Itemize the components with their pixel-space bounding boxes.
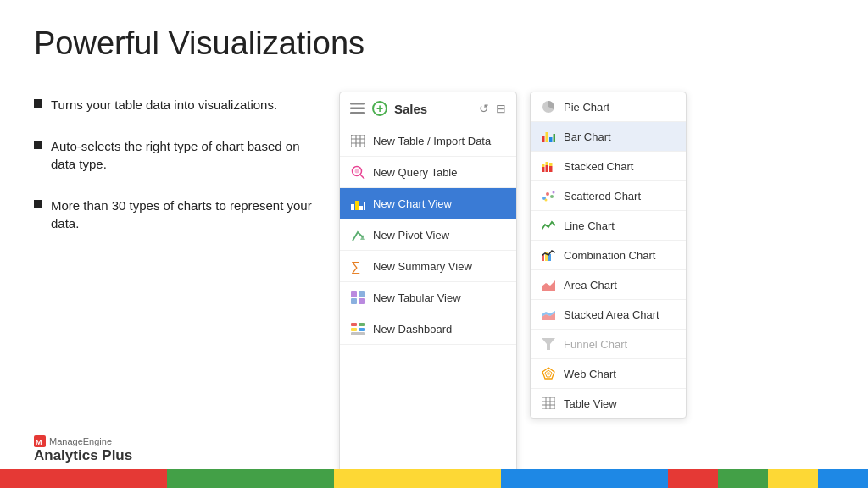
svg-rect-34 [546,162,549,165]
summary-icon: ∑ [350,258,365,274]
sidebar-item-summary[interactable]: ∑ New Summary View [340,251,516,282]
svg-point-10 [354,169,359,173]
bar-chart-icon [541,129,556,144]
logo-product-text: Analytics Plus [34,447,132,463]
svg-rect-19 [351,298,357,304]
left-panel: Turns your table data into visualization… [34,87,322,488]
sidebar-header-actions: ↺ ⊟ [479,102,506,115]
chart-type-web-label: Web Chart [564,368,616,380]
chart-type-area-label: Area Chart [564,279,617,291]
bottom-bar-green2 [718,469,768,488]
svg-point-41 [553,191,555,194]
table-import-icon [350,133,365,148]
logo-area: M ManageEngine Analytics Plus [34,435,132,464]
chart-type-pie[interactable]: Pie Chart [531,92,686,122]
tabular-icon [350,290,365,305]
svg-rect-31 [542,167,545,172]
sidebar-item-dashboard-label: New Dashboard [373,323,452,336]
sidebar-item-pivot[interactable]: New Pivot View [340,219,516,251]
svg-text:M: M [36,438,42,446]
page-title: Powerful Visualizations [34,25,834,62]
chart-type-area[interactable]: Area Chart [531,270,686,300]
chart-type-stacked-area[interactable]: Stacked Area Chart [531,300,686,330]
save-icon[interactable]: ⊟ [496,102,506,115]
bullet-text-1: Turns your table data into visualization… [51,96,277,114]
sidebar-item-chart[interactable]: New Chart View [340,188,516,219]
sidebar-lines-icon [350,101,365,116]
chart-type-line[interactable]: Line Chart [531,211,686,241]
add-icon[interactable]: + [372,101,387,116]
svg-rect-23 [351,328,357,331]
sidebar-item-table-label: New Table / Import Data [373,135,491,147]
bottom-bar-yellow2 [768,469,818,488]
chart-type-bar[interactable]: Bar Chart [531,122,686,152]
chart-type-combination[interactable]: Combination Chart [531,241,686,270]
sidebar-item-table[interactable]: New Table / Import Data [340,125,516,157]
stacked-area-chart-icon [541,307,556,322]
svg-text:∑: ∑ [351,259,360,274]
chart-type-combination-label: Combination Chart [564,249,655,262]
svg-rect-14 [364,202,365,210]
svg-rect-27 [542,136,545,142]
bottom-bar-blue [501,469,668,488]
svg-rect-17 [351,291,357,297]
web-chart-icon [541,366,556,381]
table-view-icon [541,396,556,411]
svg-rect-1 [350,108,365,110]
sidebar-item-tabular-label: New Tabular View [373,291,461,304]
svg-rect-35 [549,166,553,172]
bottom-bar-green [167,469,334,488]
svg-rect-2 [350,112,365,114]
svg-rect-18 [359,291,365,297]
sidebar-item-query-label: New Query Table [373,166,457,179]
sidebar-item-query[interactable]: New Query Table [340,157,516,188]
logo-manage-engine: M ManageEngine [34,435,132,447]
stacked-chart-icon [541,158,556,174]
svg-rect-13 [359,206,363,210]
chart-type-bar-label: Bar Chart [564,130,611,143]
svg-rect-24 [359,328,365,331]
svg-point-39 [550,195,554,198]
svg-rect-11 [351,204,354,210]
svg-marker-48 [542,338,555,350]
bullet-text-2: Auto-selects the right type of chart bas… [51,137,322,173]
svg-rect-21 [351,323,357,326]
chart-type-scattered[interactable]: Scattered Chart [531,181,686,211]
chart-type-menu: Pie Chart Bar Chart [530,92,687,419]
svg-point-38 [546,192,549,196]
line-chart-icon [541,218,556,233]
svg-rect-22 [359,323,365,326]
sidebar-item-pivot-label: New Pivot View [373,229,449,241]
pivot-icon [350,227,365,242]
svg-rect-32 [542,164,545,167]
logo-brand-text: ManageEngine [49,436,112,446]
logo-product: Analytics Plus [34,447,132,464]
query-icon [350,164,365,180]
bottom-bar-yellow [334,469,501,488]
sidebar-item-dashboard[interactable]: New Dashboard [340,313,516,345]
chart-type-web[interactable]: Web Chart [531,359,686,389]
sidebar-item-tabular[interactable]: New Tabular View [340,282,516,313]
svg-rect-20 [359,298,365,304]
svg-rect-30 [554,134,556,142]
svg-line-9 [360,175,364,179]
chart-type-pie-label: Pie Chart [564,101,609,114]
chart-type-table-view[interactable]: Table View [531,389,686,418]
chart-type-stacked[interactable]: Stacked Chart [531,152,686,181]
svg-rect-12 [355,201,359,210]
bullet-text-3: More than 30 types of charts to represen… [51,197,322,232]
svg-point-40 [545,199,548,202]
svg-rect-36 [549,163,553,166]
sidebar-item-chart-label: New Chart View [373,197,452,210]
sidebar-header: + Sales ↺ ⊟ [340,92,516,125]
svg-rect-52 [542,397,555,409]
chart-type-table-view-label: Table View [564,397,617,410]
bullet-item-2: Auto-selects the right type of chart bas… [34,137,322,173]
svg-rect-29 [549,137,553,142]
scattered-chart-icon [541,188,556,203]
refresh-icon[interactable]: ↺ [479,102,489,115]
dashboard-icon [350,321,365,336]
svg-point-51 [547,372,550,375]
chart-type-scattered-label: Scattered Chart [564,190,641,202]
bullet-square-2 [34,141,42,149]
